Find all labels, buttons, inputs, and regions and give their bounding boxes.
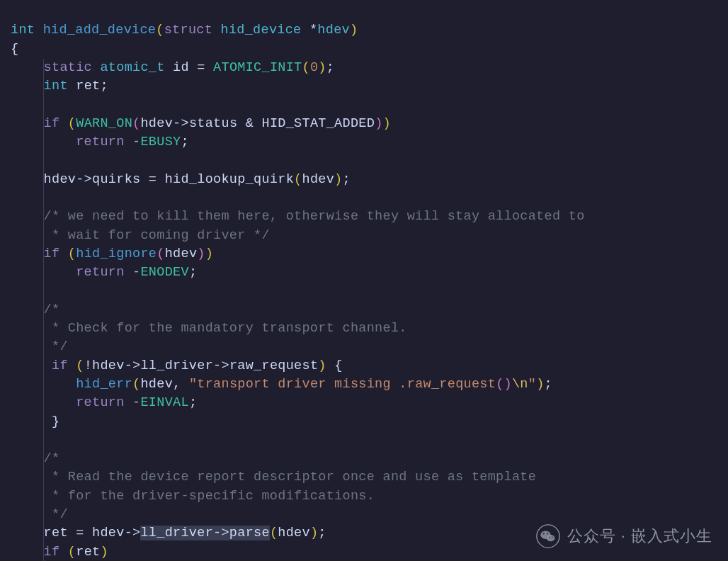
wechat-icon bbox=[536, 524, 560, 548]
type: hid_device bbox=[221, 23, 302, 38]
svg-point-2 bbox=[546, 535, 554, 541]
arg: hdev bbox=[165, 246, 198, 261]
ptr: * bbox=[309, 23, 317, 38]
comment: * Check for the mandatory transport chan… bbox=[44, 321, 407, 336]
number: 0 bbox=[310, 60, 318, 75]
kw-if: if bbox=[44, 246, 60, 261]
indent-guide bbox=[43, 189, 44, 208]
indent-guide bbox=[43, 133, 44, 152]
type-atomic: atomic_t bbox=[100, 60, 164, 75]
function-call: hid_err bbox=[76, 377, 132, 392]
indent-guide bbox=[43, 431, 44, 450]
kw-if: if bbox=[44, 545, 60, 560]
svg-point-3 bbox=[542, 533, 544, 534]
arg: hdev bbox=[302, 172, 334, 187]
code-viewer: int hid_add_device(struct hid_device *hd… bbox=[0, 0, 728, 561]
arg: ret bbox=[76, 545, 100, 560]
op-not: ! bbox=[84, 358, 92, 373]
comment: */ bbox=[44, 507, 68, 522]
identifier: ret bbox=[76, 79, 100, 94]
keyword-struct: struct bbox=[164, 23, 212, 38]
function-call: hid_ignore bbox=[76, 246, 157, 261]
paren-open: ( bbox=[156, 23, 164, 38]
function-name: hid_add_device bbox=[43, 23, 157, 38]
op-neg: - bbox=[132, 265, 140, 280]
svg-point-5 bbox=[549, 537, 550, 538]
arg: hdev bbox=[140, 377, 173, 392]
indent-guide bbox=[43, 264, 44, 282]
kw-int: int bbox=[44, 79, 68, 94]
expr: hdev->quirks = hid_lookup_quirk bbox=[44, 172, 294, 187]
identifier: id bbox=[173, 60, 189, 75]
macro-einval: EINVAL bbox=[140, 395, 188, 410]
expr: hdev->status & HID_STAT_ADDED bbox=[140, 116, 375, 131]
indent-guide bbox=[43, 357, 44, 375]
macro-warn: WARN_ON bbox=[76, 116, 132, 131]
svg-point-6 bbox=[552, 537, 553, 538]
macro-ebusy: EBUSY bbox=[140, 135, 181, 149]
param: hdev bbox=[317, 23, 350, 38]
svg-point-4 bbox=[547, 533, 548, 534]
escape-sequence: \n bbox=[512, 377, 528, 392]
brace-open: { bbox=[334, 358, 342, 373]
comment: /* bbox=[44, 451, 60, 466]
comment: * wait for coming driver */ bbox=[44, 228, 270, 243]
op-neg: - bbox=[132, 395, 140, 410]
kw-return: return bbox=[76, 265, 124, 280]
macro: ATOMIC_INIT bbox=[213, 60, 302, 75]
expr: ret = hdev-> bbox=[44, 526, 141, 540]
keyword: int bbox=[11, 23, 35, 38]
brace-open: { bbox=[11, 42, 18, 57]
string: "transport driver missing .raw_request bbox=[189, 377, 496, 392]
comment: /* we need to kill them here, otherwise … bbox=[44, 209, 585, 224]
highlighted-text: ll_driver->parse bbox=[140, 526, 269, 540]
kw-return: return bbox=[76, 395, 124, 410]
comment: * for the driver-specific modifications. bbox=[44, 489, 375, 504]
kw-if: if bbox=[52, 358, 68, 373]
indent-guide bbox=[43, 96, 44, 114]
watermark-text: 公众号 · 嵌入式小生 bbox=[567, 527, 712, 545]
comment: * Read the device report descriptor once… bbox=[44, 470, 537, 484]
comment: */ bbox=[44, 339, 68, 354]
expr: hdev->ll_driver->raw_request bbox=[92, 358, 318, 373]
indent-guide bbox=[43, 152, 44, 170]
kw-return: return bbox=[76, 135, 124, 149]
op-neg: - bbox=[132, 135, 140, 149]
kw-static: static bbox=[44, 60, 92, 75]
brace-close: } bbox=[52, 414, 59, 429]
indent-guide bbox=[43, 413, 44, 431]
op-eq: = bbox=[197, 60, 205, 75]
comment: /* bbox=[44, 302, 60, 317]
indent-guide bbox=[43, 394, 44, 412]
paren-close: ) bbox=[350, 23, 358, 38]
indent-guide bbox=[43, 375, 44, 394]
watermark: 公众号 · 嵌入式小生 bbox=[536, 524, 712, 548]
macro-enodev: ENODEV bbox=[140, 265, 188, 280]
indent-guide bbox=[43, 282, 44, 300]
arg: hdev bbox=[278, 526, 310, 540]
kw-if: if bbox=[44, 116, 60, 131]
